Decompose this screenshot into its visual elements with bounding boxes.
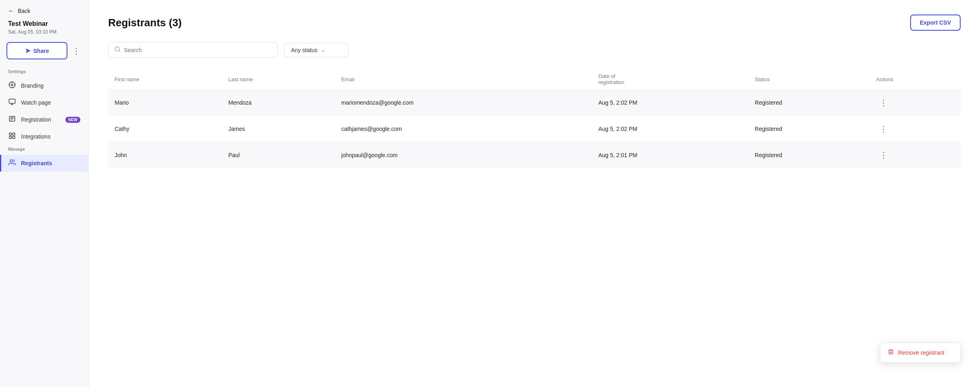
watch-page-label: Watch page bbox=[21, 99, 80, 106]
filters-row: Any status ⌄ bbox=[108, 42, 961, 58]
share-label: Share bbox=[34, 48, 49, 54]
col-header-status: Status bbox=[748, 69, 870, 90]
status-dropdown-label: Any status bbox=[291, 47, 317, 53]
search-box[interactable] bbox=[108, 42, 278, 58]
cell-actions: ⋮ bbox=[870, 116, 961, 142]
more-options-button[interactable]: ⋮ bbox=[71, 44, 82, 57]
share-icon: ➤ bbox=[25, 47, 30, 55]
palette-icon bbox=[8, 81, 16, 90]
export-csv-button[interactable]: Export CSV bbox=[910, 15, 961, 31]
page-title: Registrants (3) bbox=[108, 17, 182, 29]
main-header: Registrants (3) Export CSV bbox=[108, 15, 961, 31]
back-arrow-icon: ← bbox=[8, 7, 15, 15]
svg-point-8 bbox=[10, 160, 13, 162]
cell-status: Registered bbox=[748, 116, 870, 142]
cell-first-name: Mario bbox=[108, 90, 222, 116]
svg-rect-7 bbox=[13, 137, 15, 139]
sidebar-item-registration[interactable]: Registration NEW bbox=[0, 111, 88, 128]
cell-last-name: Paul bbox=[222, 142, 335, 168]
table-row: Cathy James cathjames@google.com Aug 5, … bbox=[108, 116, 961, 142]
cell-status: Registered bbox=[748, 142, 870, 168]
manage-section-label: Manage bbox=[0, 145, 88, 155]
cell-date: Aug 5, 2:02 PM bbox=[592, 116, 748, 142]
svg-rect-4 bbox=[9, 133, 11, 135]
cell-email: johnpaul@google.com bbox=[335, 142, 592, 168]
search-input[interactable] bbox=[124, 47, 272, 53]
context-menu: Remove registrant bbox=[880, 343, 961, 363]
svg-point-9 bbox=[115, 47, 119, 51]
registration-label: Registration bbox=[21, 116, 59, 123]
status-dropdown[interactable]: Any status ⌄ bbox=[284, 43, 349, 57]
tv-icon bbox=[8, 98, 16, 107]
row-actions-button[interactable]: ⋮ bbox=[876, 149, 891, 162]
back-button[interactable]: ← Back bbox=[0, 0, 88, 20]
row-actions-button[interactable]: ⋮ bbox=[876, 96, 891, 109]
registrants-label: Registrants bbox=[21, 160, 80, 166]
sidebar-item-registrants[interactable]: Registrants bbox=[0, 155, 88, 172]
col-header-actions: Actions bbox=[870, 69, 961, 90]
chevron-down-icon: ⌄ bbox=[321, 47, 325, 53]
cell-first-name: Cathy bbox=[108, 116, 222, 142]
cell-date: Aug 5, 2:02 PM bbox=[592, 90, 748, 116]
share-row: ➤ Share ⋮ bbox=[0, 42, 88, 67]
sidebar-item-branding[interactable]: Branding bbox=[0, 77, 88, 94]
table-row: Mario Mendoza mariomendoza@google.com Au… bbox=[108, 90, 961, 116]
webinar-info: Test Webinar Sat, Aug 05, 03:10 PM bbox=[0, 20, 88, 42]
new-badge: NEW bbox=[65, 117, 80, 123]
registrants-table: First name Last name Email Date ofregist… bbox=[108, 69, 961, 168]
webinar-title: Test Webinar bbox=[8, 20, 80, 27]
cell-actions: ⋮ bbox=[870, 142, 961, 168]
back-label: Back bbox=[18, 8, 30, 14]
cell-email: mariomendoza@google.com bbox=[335, 90, 592, 116]
cell-actions: ⋮ bbox=[870, 90, 961, 116]
sidebar-item-integrations[interactable]: Integrations bbox=[0, 128, 88, 145]
webinar-date: Sat, Aug 05, 03:10 PM bbox=[8, 29, 80, 35]
table-body: Mario Mendoza mariomendoza@google.com Au… bbox=[108, 90, 961, 168]
col-header-first-name: First name bbox=[108, 69, 222, 90]
table-row: John Paul johnpaul@google.com Aug 5, 2:0… bbox=[108, 142, 961, 168]
search-icon bbox=[114, 46, 121, 54]
share-button[interactable]: ➤ Share bbox=[6, 42, 67, 59]
remove-registrant-button[interactable]: Remove registrant bbox=[880, 343, 960, 362]
sidebar-item-watch-page[interactable]: Watch page bbox=[0, 94, 88, 111]
cell-email: cathjames@google.com bbox=[335, 116, 592, 142]
integrations-label: Integrations bbox=[21, 133, 80, 140]
settings-section-label: Settings bbox=[0, 67, 88, 77]
users-icon bbox=[8, 159, 16, 168]
cell-first-name: John bbox=[108, 142, 222, 168]
branding-label: Branding bbox=[21, 82, 80, 89]
col-header-date: Date ofregistration bbox=[592, 69, 748, 90]
svg-point-1 bbox=[11, 84, 13, 86]
cell-last-name: Mendoza bbox=[222, 90, 335, 116]
remove-registrant-label: Remove registrant bbox=[898, 349, 944, 356]
col-header-email: Email bbox=[335, 69, 592, 90]
svg-rect-6 bbox=[9, 137, 11, 139]
row-actions-button[interactable]: ⋮ bbox=[876, 122, 891, 135]
table-header: First name Last name Email Date ofregist… bbox=[108, 69, 961, 90]
main-content: Registrants (3) Export CSV Any status ⌄ … bbox=[89, 0, 980, 387]
cell-last-name: James bbox=[222, 116, 335, 142]
svg-rect-5 bbox=[13, 133, 15, 135]
cell-status: Registered bbox=[748, 90, 870, 116]
svg-rect-2 bbox=[9, 99, 15, 103]
cell-date: Aug 5, 2:01 PM bbox=[592, 142, 748, 168]
list-icon bbox=[8, 115, 16, 124]
trash-icon bbox=[888, 349, 894, 357]
col-header-last-name: Last name bbox=[222, 69, 335, 90]
sidebar: ← Back Test Webinar Sat, Aug 05, 03:10 P… bbox=[0, 0, 89, 387]
grid-icon bbox=[8, 132, 16, 141]
